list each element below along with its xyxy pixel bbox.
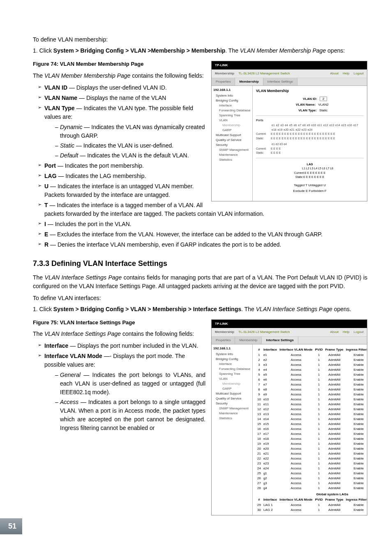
step1-prefix: 1. Click [33, 47, 53, 54]
field-port: Port [44, 162, 56, 169]
table-row: 27g3Access1AdmitAllEnable✎ [256, 481, 367, 486]
section-733-para: The VLAN Interface Settings Page contain… [33, 273, 367, 291]
table-row: 25g1Access1AdmitAllEnable✎ [256, 471, 367, 476]
about-link[interactable]: About [330, 330, 339, 335]
step2-pagename: VLAN Interface Settings Page [256, 306, 332, 312]
table-row: 22e22Access1AdmitAllEnable✎ [256, 456, 367, 461]
table-row: 30LAG 2Access1AdmitAllEnable✎ [256, 508, 367, 513]
field-list-1: VLAN ID — Displays the user-defined VLAN… [33, 83, 367, 249]
table-row: 24e24Access1AdmitAllEnable✎ [256, 466, 367, 471]
field-vlan-name: VLAN Name [44, 95, 77, 101]
help-link[interactable]: Help [343, 330, 349, 335]
step-1: 1. Click System > Bridging Config > VLAN… [33, 46, 367, 55]
brand-logo: TP-LINK [212, 61, 367, 69]
field-lag: LAG [44, 173, 57, 179]
table-row: 29LAG 1Access1AdmitAllEnable✎ [256, 503, 367, 508]
field-list-2: Interface — Displays the port number inc… [33, 342, 367, 432]
field-vlan-type: VLAN Type [44, 105, 75, 111]
table-row: 19e19Access1AdmitAllEnable✎ [256, 441, 367, 446]
sidebar-heading: Membership [215, 330, 234, 335]
logout-link[interactable]: Logout [354, 330, 364, 335]
table-row: 26g2Access1AdmitAllEnable✎ [256, 476, 367, 481]
field-vlan-id: VLAN ID [44, 84, 67, 91]
sidebar-heading: Membership [215, 71, 234, 76]
model-name: TL-SL3428 L2 Management Switch [238, 71, 326, 76]
intro-text: To define VLAN membership: [33, 35, 367, 44]
step1-path: System > Bridging Config > VLAN >Members… [53, 47, 226, 54]
about-link[interactable]: About [330, 71, 339, 76]
step-2: 1. Click System > Bridging Config > VLAN… [33, 305, 367, 314]
intro-text-2: To define VLAN interfaces: [33, 294, 367, 303]
field-u: U [44, 183, 48, 189]
brand-logo: TP-LINK [212, 320, 367, 328]
table-row: 28g4Access1AdmitAllEnable✎ [256, 486, 367, 491]
logout-link[interactable]: Logout [354, 71, 364, 76]
field-interface: Interface [44, 342, 68, 349]
table-row: 18e18Access1AdmitAllEnable✎ [256, 437, 367, 441]
field-interface-vlan-mode: Interface VLAN Mode [44, 353, 102, 359]
page-number: 51 [0, 518, 22, 534]
lag-section-header: Global system LAGs [256, 491, 367, 497]
field-r: R [44, 241, 48, 248]
model-name: TL-SL3428 L2 Management Switch [238, 330, 326, 335]
step2-path: System > Bridging Config > VLAN > Member… [53, 306, 241, 312]
field-t: T [44, 202, 48, 208]
field-e: E [44, 231, 48, 238]
step1-pagename: VLAN Member Membership Page [240, 47, 326, 54]
table-row: 21e21Access1AdmitAllEnable✎ [256, 451, 367, 456]
table-row: 23e23Access1AdmitAllEnable✎ [256, 461, 367, 466]
help-link[interactable]: Help [343, 71, 349, 76]
table-row: 20e20Access1AdmitAllEnable✎ [256, 446, 367, 451]
section-7-3-3: 7.3.3 Defining VLAN Interface Settings [33, 258, 367, 269]
